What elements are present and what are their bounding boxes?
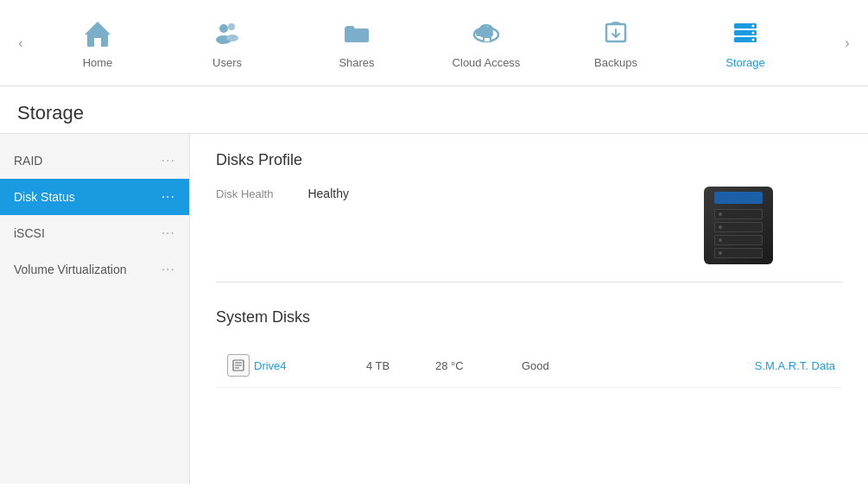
nav-item-home[interactable]: Home [33,0,162,86]
nav-label-users: Users [212,56,242,69]
svg-rect-20 [235,362,242,364]
sidebar-label-raid: RAID [14,154,42,168]
sidebar-dots-disk-status: ··· [162,189,175,205]
drive-name[interactable]: Drive4 [254,359,366,372]
svg-point-6 [226,35,238,41]
sidebar-item-volume-virtualization[interactable]: Volume Virtualization ··· [0,251,189,288]
sidebar-label-iscsi: iSCSI [14,226,45,240]
sidebar-dots-raid: ··· [162,153,175,168]
page-title: Storage [17,102,851,124]
sidebar-dots-volume-virtualization: ··· [162,262,175,277]
top-nav: ‹ Home Users [0,0,868,86]
disk-health-label: Disk Health [216,187,273,200]
svg-point-4 [228,23,235,30]
svg-rect-21 [235,364,242,366]
disks-profile-section: Disks Profile Disk Health Healthy [216,151,842,282]
sidebar: RAID ··· Disk Status ··· iSCSI ··· Volum… [0,134,190,484]
page-title-area: Storage [0,86,868,134]
nav-label-shares: Shares [339,56,374,69]
svg-point-18 [752,38,755,41]
nav-item-users[interactable]: Users [162,0,292,86]
svg-point-16 [752,24,755,27]
drive-temp: 28 °C [435,359,522,372]
nas-drive-slot-3 [714,235,763,245]
sidebar-label-disk-status: Disk Status [14,190,75,204]
sidebar-label-volume-virtualization: Volume Virtualization [14,263,126,276]
system-disks-section: System Disks Drive4 4 TB 28 °C Good [216,308,842,388]
nav-item-shares[interactable]: Shares [292,0,421,86]
sidebar-item-iscsi[interactable]: iSCSI ··· [0,215,189,251]
main-content: RAID ··· Disk Status ··· iSCSI ··· Volum… [0,134,868,484]
nav-item-backups[interactable]: Backups [551,0,681,86]
nav-label-cloud-access: Cloud Access [453,56,521,69]
nas-screen [714,192,763,204]
nas-drive-slot-1 [714,209,763,219]
nav-label-home: Home [83,56,113,69]
svg-point-17 [752,31,755,34]
content-area: Disks Profile Disk Health Healthy [190,134,868,484]
nav-right-arrow[interactable]: › [835,0,859,86]
svg-point-3 [219,24,228,33]
home-icon [82,17,113,51]
nas-drive-slot-2 [714,222,763,232]
drive-icon [227,354,250,377]
users-icon [212,17,243,51]
disk-info: Disk Health Healthy [216,187,349,200]
nav-label-storage: Storage [725,56,765,69]
storage-icon [730,17,761,51]
drive-icon-wrapper [223,354,254,377]
nas-drive-slot-4 [714,248,763,258]
nas-image [704,187,773,264]
nav-item-cloud-access[interactable]: Cloud Access [421,0,551,86]
svg-rect-22 [235,367,239,369]
cloud-icon [469,17,504,51]
drive-size: 4 TB [366,359,435,372]
table-row: Drive4 4 TB 28 °C Good S.M.A.R.T. Data [216,344,842,388]
disks-profile-title: Disks Profile [216,151,842,169]
svg-rect-11 [485,38,490,41]
drive-status: Good [522,359,608,372]
nav-items: Home Users Shares [33,0,835,86]
nav-item-storage[interactable]: Storage [681,0,810,86]
disk-health-row: Disk Health Healthy [216,187,349,200]
disk-health-value: Healthy [307,187,348,200]
sidebar-item-raid[interactable]: RAID ··· [0,143,189,179]
backups-icon [600,17,631,51]
nav-label-backups: Backups [594,56,637,69]
folder-icon [341,17,372,51]
sidebar-dots-iscsi: ··· [162,225,175,241]
nas-drives [714,209,763,258]
system-disks-title: System Disks [216,308,842,326]
drive-smart-link[interactable]: S.M.A.R.T. Data [755,359,835,372]
nav-left-arrow[interactable]: ‹ [9,0,33,86]
disks-profile-row: Disk Health Healthy [216,187,842,282]
svg-marker-1 [85,22,111,35]
svg-rect-2 [94,38,101,47]
sidebar-item-disk-status[interactable]: Disk Status ··· [0,179,189,215]
